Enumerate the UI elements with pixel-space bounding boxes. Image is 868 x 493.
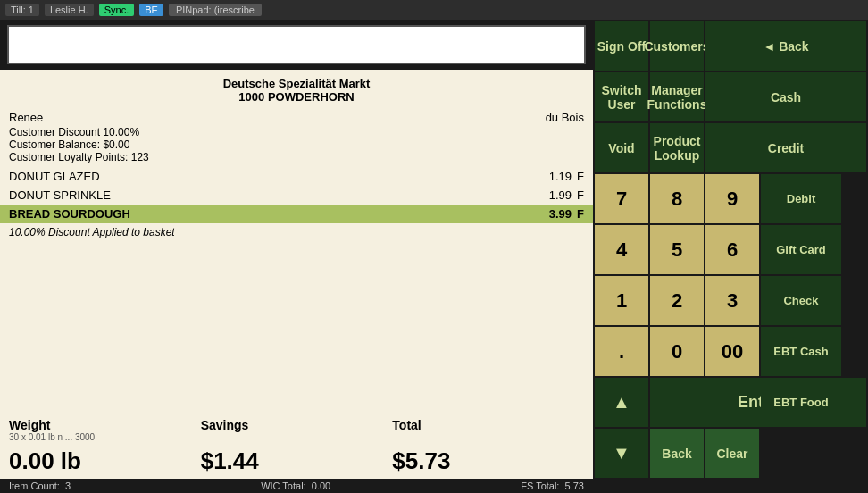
savings-col: Savings: [201, 418, 393, 442]
right-panel: Sign Off Customers ◄ Back Switch User Ma…: [593, 20, 868, 493]
top-bar: Till: 1 Leslie H. Sync. BE PINpad: (ires…: [0, 0, 868, 20]
pin-label: PINpad: (irescribe: [169, 4, 262, 16]
savings-label: Savings: [201, 418, 393, 432]
customer-info: Renee du Bois Customer Discount 10.00% C…: [0, 107, 593, 167]
ebt-food-button[interactable]: EBT Food: [761, 378, 841, 427]
barcode-input[interactable]: [7, 25, 586, 64]
weight-value: 0.00 lb: [9, 447, 201, 475]
store-info: Deutsche Spezialität Markt 1000 POWDERHO…: [0, 70, 593, 107]
gift-card-button[interactable]: Gift Card: [761, 225, 841, 274]
num6-button[interactable]: 6: [705, 225, 759, 274]
clear-button[interactable]: Clear: [705, 429, 759, 478]
footer-labels: Weight 30 x 0.01 lb n ... 3000 Savings T…: [0, 414, 593, 446]
void-button[interactable]: Void: [595, 123, 648, 172]
credit-button[interactable]: Credit: [705, 123, 866, 172]
till-label: Till: 1: [5, 4, 39, 16]
weight-label: Weight: [9, 418, 201, 432]
item-price-1: 1.19 F: [549, 170, 584, 183]
num0-button[interactable]: 0: [650, 327, 704, 376]
check-button[interactable]: Check: [761, 276, 841, 325]
fs-total: FS Total: 5.73: [521, 480, 584, 491]
cash-button[interactable]: Cash: [705, 72, 866, 121]
num4-button[interactable]: 4: [595, 225, 648, 274]
product-lookup-button[interactable]: Product Lookup: [650, 123, 704, 172]
weight-col: Weight 30 x 0.01 lb n ... 3000: [9, 418, 201, 442]
items-list: DONUT GLAZED 1.19 F DONUT SPRINKLE 1.99 …: [0, 167, 593, 414]
barcode-area: [0, 20, 593, 70]
weight-sub: 30 x 0.01 lb n ... 3000: [9, 432, 201, 442]
switch-user-button[interactable]: Switch User: [595, 72, 648, 121]
num3-button[interactable]: 3: [705, 276, 759, 325]
be-button[interactable]: BE: [139, 4, 163, 16]
item-count: Item Count: 3: [9, 480, 71, 491]
discount-line: 10.00% Discount Applied to basket: [0, 223, 593, 241]
item-name-2: DONUT SPRINKLE: [9, 188, 111, 202]
item-row-1[interactable]: DONUT GLAZED 1.19 F: [0, 167, 593, 186]
store-address: 1000 POWDERHORN: [0, 90, 593, 104]
num9-button[interactable]: 9: [705, 174, 759, 223]
num1-button[interactable]: 1: [595, 276, 648, 325]
footer-values: 0.00 lb $1.44 $5.73: [0, 446, 593, 479]
total-value: $5.73: [392, 447, 584, 475]
manager-functions-button[interactable]: Manager Functions: [650, 72, 704, 121]
sync-button[interactable]: Sync.: [99, 4, 135, 16]
debit-button[interactable]: Debit: [761, 174, 841, 223]
sign-off-button[interactable]: Sign Off: [595, 21, 648, 71]
num2-button[interactable]: 2: [650, 276, 704, 325]
item-price-2: 1.99 F: [549, 188, 584, 202]
footer-bottom: Item Count: 3 WIC Total: 0.00 FS Total: …: [0, 479, 593, 493]
item-name-1: DONUT GLAZED: [9, 170, 100, 183]
customer-first-name: Renee: [9, 111, 43, 124]
back-key-button[interactable]: Back: [650, 429, 704, 478]
num7-button[interactable]: 7: [595, 174, 648, 223]
ebt-cash-button[interactable]: EBT Cash: [761, 327, 841, 376]
customer-name-row: Renee du Bois: [9, 111, 584, 124]
customer-loyalty: Customer Loyalty Points: 123: [9, 151, 584, 163]
item-row-3[interactable]: BREAD SOURDOUGH 3.99 F: [0, 205, 593, 223]
num5-button[interactable]: 5: [650, 225, 704, 274]
customers-button[interactable]: Customers: [650, 21, 704, 71]
item-price-3: 3.99 F: [549, 207, 584, 221]
savings-value: $1.44: [201, 447, 393, 475]
num8-button[interactable]: 8: [650, 174, 704, 223]
item-name-3: BREAD SOURDOUGH: [9, 207, 130, 221]
total-label: Total: [392, 418, 584, 432]
wic-total: WIC Total: 0.00: [261, 480, 330, 491]
arrow-up-button[interactable]: ▲: [595, 378, 648, 427]
user-label: Leslie H.: [45, 4, 94, 16]
back-button[interactable]: ◄ Back: [705, 21, 866, 71]
num00-button[interactable]: 00: [705, 327, 759, 376]
item-row-2[interactable]: DONUT SPRINKLE 1.99 F: [0, 186, 593, 205]
footer: Weight 30 x 0.01 lb n ... 3000 Savings T…: [0, 414, 593, 493]
main-layout: Deutsche Spezialität Markt 1000 POWDERHO…: [0, 20, 868, 493]
arrow-down-button[interactable]: ▼: [595, 429, 648, 478]
customer-discount: Customer Discount 10.00%: [9, 126, 584, 138]
total-col: Total: [392, 418, 584, 442]
store-name: Deutsche Spezialität Markt: [0, 77, 593, 90]
customer-last-name: du Bois: [546, 111, 584, 124]
dot-button[interactable]: .: [595, 327, 648, 376]
left-panel: Deutsche Spezialität Markt 1000 POWDERHO…: [0, 20, 593, 493]
customer-balance: Customer Balance: $0.00: [9, 138, 584, 151]
